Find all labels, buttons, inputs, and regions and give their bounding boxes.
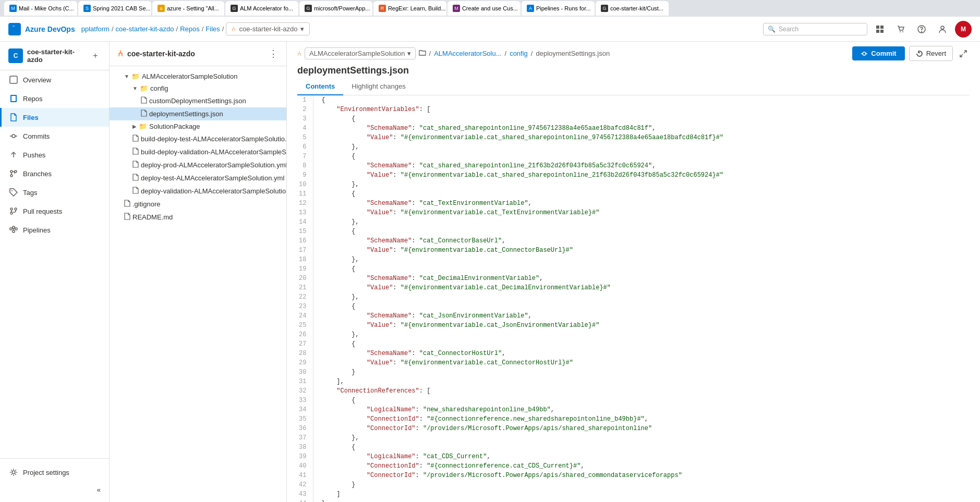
- svg-rect-3: [880, 30, 884, 33]
- azure-devops-logo[interactable]: Azure DevOps: [8, 23, 75, 35]
- tab-create[interactable]: M Create and use Cus...: [447, 1, 521, 16]
- svg-point-5: [902, 31, 903, 32]
- breadcrumb-sep-2: /: [176, 25, 178, 33]
- tab-regex[interactable]: R RegExr: Learn, Build...: [373, 1, 446, 16]
- line-number: 14: [287, 217, 313, 227]
- add-project-btn[interactable]: +: [90, 51, 101, 61]
- breadcrumb-coe-starter[interactable]: coe-starter-kit-azdo: [116, 25, 174, 33]
- branch-selector[interactable]: ALMAcceleratorSampleSolution ▾: [305, 47, 416, 59]
- help-icon-btn[interactable]: [913, 21, 930, 38]
- sidebar-label-overview: Overview: [23, 76, 51, 84]
- file-tree-body: ▼ 📁 ALMAcceleratorSampleSolution ▼ 📁 con…: [110, 66, 286, 502]
- sidebar-item-branches[interactable]: Branches: [0, 164, 109, 183]
- line-number: 35: [287, 414, 313, 424]
- tab-spring[interactable]: S Spring 2021 CAB Se...: [78, 1, 151, 16]
- sidebar-collapse-btn[interactable]: «: [0, 482, 109, 498]
- tree-item-build-deploy-validation[interactable]: build-deploy-validation-ALMAcceleratorSa…: [110, 145, 286, 158]
- file-tree-header: ⑃ coe-starter-kit-azdo ⋮: [110, 42, 286, 66]
- code-line-content: {: [313, 302, 980, 311]
- breadcrumb-repos[interactable]: Repos: [180, 25, 200, 33]
- file-action-buttons: Commit Revert: [852, 46, 970, 61]
- breadcrumb-files[interactable]: Files: [205, 25, 220, 33]
- tree-item-deploy-test[interactable]: deploy-test-ALMAcceleratorSampleSolution…: [110, 172, 286, 185]
- breadcrumb-pplatform[interactable]: pplatform: [81, 25, 110, 33]
- sidebar-item-overview[interactable]: Overview: [0, 70, 109, 89]
- sidebar-label-pull-requests: Pull requests: [23, 207, 62, 215]
- branch-name: ALMAcceleratorSampleSolution: [309, 50, 405, 57]
- code-editor[interactable]: 1 { 2 "EnvironmentVariables": [ 3 { 4 "S…: [287, 95, 980, 502]
- svg-line-25: [12, 228, 13, 229]
- build-deploy-validation-file-icon: [132, 148, 139, 156]
- line-number: 15: [287, 227, 313, 236]
- tree-item-readme[interactable]: README.md: [110, 211, 286, 224]
- tab-pipelines[interactable]: A Pipelines - Runs for...: [522, 1, 595, 16]
- table-row: 15 {: [287, 227, 980, 236]
- sidebar-item-pull-requests[interactable]: Pull requests: [0, 202, 109, 221]
- code-line-content: {: [313, 264, 980, 274]
- table-row: 17 "Value": "#{environmentvariable.cat_C…: [287, 246, 980, 255]
- breadcrumb-sep-3: /: [202, 25, 204, 33]
- table-row: 11 {: [287, 189, 980, 199]
- sidebar-label-tags: Tags: [23, 189, 37, 197]
- sidebar-item-project-settings[interactable]: Project settings: [0, 463, 109, 482]
- line-number: 44: [287, 499, 313, 502]
- tree-label-almaccelerator: ALMAcceleratorSampleSolution: [142, 72, 238, 80]
- sidebar-item-tags[interactable]: Tags: [0, 183, 109, 202]
- tree-item-build-deploy-test[interactable]: build-deploy-test-ALMAcceleratorSampleSo…: [110, 132, 286, 145]
- branches-icon: [8, 168, 19, 179]
- tab-coe[interactable]: G coe-starter-kit/Cust...: [596, 1, 669, 16]
- search-box[interactable]: 🔍 Search: [763, 23, 867, 35]
- expand-icon-btn[interactable]: [957, 47, 970, 60]
- nav-right: 🔍 Search M: [763, 21, 972, 38]
- grid-view-btn[interactable]: [872, 21, 888, 38]
- code-line-content: "Value": "#{environmentvariable.cat_Conn…: [313, 246, 980, 255]
- table-row: 9 "Value": "#{environmentvariable.cat_sh…: [287, 170, 980, 180]
- tree-label-deploy-prod: deploy-prod-ALMAcceleratorSampleSolution…: [141, 161, 286, 169]
- sidebar-item-commits[interactable]: Commits: [0, 127, 109, 145]
- commit-button[interactable]: Commit: [852, 46, 904, 60]
- svg-point-4: [900, 31, 901, 32]
- tree-item-config[interactable]: ▼ 📁 config: [110, 82, 286, 94]
- table-row: 31 ],: [287, 377, 980, 386]
- breadcrumb-part-1[interactable]: config: [510, 50, 528, 57]
- tree-item-deploy-validation[interactable]: deploy-validation-ALMAcceleratorSampleSo…: [110, 185, 286, 198]
- sidebar-item-repos[interactable]: Repos: [0, 89, 109, 108]
- user-icon-btn[interactable]: [934, 21, 951, 38]
- solutionpackage-chevron: ▶: [132, 124, 137, 129]
- tree-item-customdeploymentsettings[interactable]: customDeploymentSettings.json: [110, 94, 286, 107]
- tree-item-gitignore[interactable]: .gitignore: [110, 198, 286, 211]
- tree-item-deploymentsettings[interactable]: deploymentSettings.json: [110, 107, 286, 120]
- tree-item-solutionpackage[interactable]: ▶ 📁 SolutionPackage: [110, 120, 286, 132]
- tab-alm-favicon: G: [231, 5, 238, 12]
- tree-item-deploy-prod[interactable]: deploy-prod-ALMAcceleratorSampleSolution…: [110, 158, 286, 172]
- code-line-content: {: [313, 189, 980, 199]
- commits-icon: [8, 131, 19, 141]
- code-line-content: "ConnectorId": "/providers/Microsoft.Pow…: [313, 424, 980, 433]
- left-sidebar: C coe-starter-kit-azdo + Overview R: [0, 42, 110, 502]
- revert-button[interactable]: Revert: [909, 46, 953, 61]
- tab-ms[interactable]: G microsoft/PowerApp...: [299, 1, 372, 16]
- tree-item-almaccelerator[interactable]: ▼ 📁 ALMAcceleratorSampleSolution: [110, 70, 286, 82]
- sidebar-item-pipelines[interactable]: Pipelines: [0, 221, 109, 239]
- top-nav: Azure DevOps pplatform / coe-starter-kit…: [0, 17, 980, 42]
- tab-mail[interactable]: M Mail - Mike Ochs (C...: [4, 1, 77, 16]
- table-row: 23 {: [287, 302, 980, 311]
- cart-icon-btn[interactable]: [892, 21, 909, 38]
- svg-rect-22: [13, 226, 15, 228]
- sidebar-item-files[interactable]: Files: [0, 108, 109, 127]
- file-tree-more-options[interactable]: ⋮: [269, 48, 278, 59]
- code-line-content: "SchemaName": "cat_ConnectorBaseUrl",: [313, 236, 980, 246]
- repo-branch-selector[interactable]: ⑃ coe-starter-kit-azdo ▾: [226, 22, 310, 35]
- tab-contents[interactable]: Contents: [297, 78, 343, 95]
- sidebar-item-pushes[interactable]: Pushes: [0, 145, 109, 164]
- sep-2: /: [505, 50, 507, 57]
- tab-alm[interactable]: G ALM Accelerator fo...: [225, 1, 298, 16]
- user-avatar[interactable]: M: [955, 21, 972, 38]
- code-line-content: }: [313, 499, 980, 502]
- tab-highlight-changes[interactable]: Highlight changes: [343, 78, 414, 95]
- breadcrumb-part-0[interactable]: ALMAcceleratorSolu...: [434, 50, 501, 57]
- file-content-panel: ⑃ ALMAcceleratorSampleSolution ▾ / ALMAc…: [287, 42, 980, 502]
- tab-pipelines-favicon: A: [527, 5, 534, 12]
- svg-line-26: [15, 228, 15, 229]
- tab-azure[interactable]: a azure - Setting "All...: [152, 1, 224, 16]
